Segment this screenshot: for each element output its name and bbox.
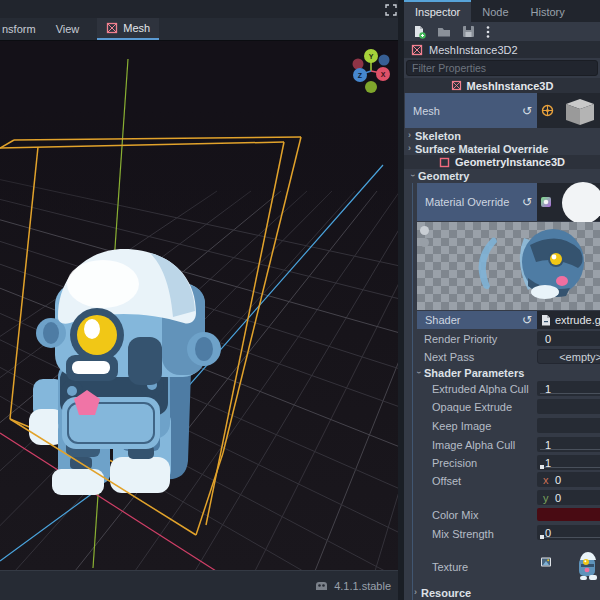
mesh-icon [106, 22, 118, 34]
opaque-extrude-field: ✓ On [537, 399, 600, 414]
indent-guide [412, 183, 413, 600]
material-override-value-cell[interactable] [537, 183, 600, 221]
render-priority-value: 0 [545, 333, 551, 345]
chevron-down-icon: › [408, 174, 417, 177]
gizmo-neg-z[interactable] [379, 55, 390, 66]
shader-revert-icon[interactable]: ↺ [522, 314, 532, 326]
editor-topbar [0, 0, 398, 18]
edited-object-name: MeshInstance3D2 [429, 44, 518, 56]
edited-object-row[interactable]: MeshInstance3D2 [404, 41, 600, 58]
group-shader-parameters-label: Shader Parameters [424, 367, 524, 379]
material-override-label: Material Override [425, 196, 509, 208]
offset-y-value: 0 [555, 492, 561, 504]
offset-x-value: 0 [555, 474, 561, 486]
new-resource-icon[interactable] [412, 25, 426, 39]
image-alpha-cull-label: Image Alpha Cull [432, 439, 515, 451]
offset-label: Offset [432, 475, 461, 487]
mix-strength-label: Mix Strength [432, 528, 494, 540]
slider-grabber[interactable] [540, 535, 544, 539]
group-skeleton-label: Skeleton [415, 130, 461, 142]
shader-property-row[interactable]: Shader ↺ [417, 311, 537, 329]
menu-view[interactable]: View [46, 18, 90, 40]
category-geometryinstance3d[interactable]: GeometryInstance3D [404, 155, 600, 169]
load-resource-icon[interactable] [437, 25, 451, 38]
render-priority-label: Render Priority [424, 333, 497, 345]
preview-box-button[interactable] [420, 238, 429, 247]
preview-sphere-button[interactable] [420, 226, 429, 235]
color-mix-swatch[interactable] [537, 508, 600, 521]
meshinstance3d-icon [451, 80, 462, 91]
dock-tabbar: Inspector Node History [404, 0, 600, 22]
precision-label: Precision [432, 457, 477, 469]
mesh-revert-icon[interactable]: ↺ [522, 105, 532, 117]
version-label: 4.1.1.stable [334, 580, 391, 592]
keep-image-label: Keep Image [432, 420, 491, 432]
menu-transform-label: nsform [2, 23, 36, 35]
texture-label: Texture [432, 561, 468, 573]
geometryinstance3d-icon [439, 157, 450, 168]
mesh-property-label: Mesh [413, 105, 440, 117]
category-meshinstance3d-label: MeshInstance3D [467, 80, 554, 92]
preview-render [417, 222, 600, 310]
filter-properties-input[interactable] [406, 60, 598, 76]
color-mix-label: Color Mix [432, 509, 478, 521]
texture-thumbnail[interactable] [576, 550, 600, 582]
material-override-row[interactable]: Material Override ↺ [417, 183, 537, 221]
group-resource[interactable]: › Resource [414, 586, 471, 599]
distraction-free-icon[interactable] [385, 4, 397, 16]
extruded-alpha-cull-slider[interactable]: 1 [537, 381, 600, 396]
shader-file-name: extrude.gds [555, 314, 600, 326]
shader-value-cell[interactable]: extrude.gds [537, 311, 600, 329]
slider-grabber[interactable] [540, 465, 544, 469]
chevron-right-icon: › [408, 131, 411, 140]
extruded-alpha-cull-label: Extruded Alpha Cull [432, 383, 529, 395]
gizmo-neg-y[interactable] [365, 81, 377, 93]
gizmo-neg-x[interactable] [353, 59, 364, 70]
texture-image-icon[interactable] [540, 556, 552, 568]
shader-material-icon [540, 196, 552, 208]
next-pass-label: Next Pass [424, 351, 474, 363]
tab-node[interactable]: Node [471, 0, 519, 22]
offset-x-input[interactable]: x 0 [537, 472, 600, 487]
offset-x-axis-label: x [543, 474, 549, 486]
menu-mesh-label: Mesh [123, 22, 150, 34]
extra-options-icon[interactable] [486, 25, 490, 39]
group-surface-material-override[interactable]: › Surface Material Override [408, 142, 548, 155]
shader-file-icon [540, 314, 551, 326]
opaque-extrude-label: Opaque Extrude [432, 401, 512, 413]
menu-transform[interactable]: nsform [0, 18, 46, 40]
mesh-value-cell[interactable] [537, 93, 600, 128]
group-geometry[interactable]: › Geometry [411, 169, 469, 182]
category-geometryinstance3d-label: GeometryInstance3D [455, 156, 565, 168]
slider-track [540, 467, 600, 468]
offset-y-axis-label: y [543, 492, 549, 504]
category-meshinstance3d[interactable]: MeshInstance3D [404, 78, 600, 93]
inspector-dock: Inspector Node History [404, 0, 600, 600]
material-override-revert-icon[interactable]: ↺ [522, 196, 532, 208]
status-bar: 4.1.1.stable [0, 570, 398, 600]
group-shader-parameters[interactable]: › Shader Parameters [417, 366, 524, 379]
material-preview-area [417, 222, 600, 310]
viewport-panel: nsform View Mesh [0, 0, 398, 600]
gizmo-y-label: Y [369, 53, 374, 60]
group-skeleton[interactable]: › Skeleton [408, 129, 461, 142]
tab-history[interactable]: History [520, 0, 576, 22]
mix-strength-slider[interactable]: 0 [537, 525, 600, 540]
filter-row [406, 60, 598, 76]
render-priority-input[interactable]: 0 [537, 331, 600, 346]
menu-mesh[interactable]: Mesh [97, 18, 159, 40]
mesh-property-row[interactable]: Mesh ↺ [405, 93, 537, 128]
gizmo-x-label: X [381, 71, 386, 78]
save-icon[interactable] [462, 25, 475, 38]
next-pass-value: <empty> [559, 351, 600, 363]
tab-inspector[interactable]: Inspector [404, 0, 471, 22]
viewport-3d[interactable]: Y X Z [0, 40, 398, 571]
offset-y-input[interactable]: y 0 [537, 490, 600, 505]
precision-slider[interactable]: 1 [537, 455, 600, 470]
viewport-canvas[interactable]: Y X Z [0, 41, 398, 571]
shader-property-label: Shader [425, 314, 460, 326]
image-alpha-cull-slider[interactable]: 1 [537, 437, 600, 452]
group-geometry-label: Geometry [418, 170, 469, 182]
chevron-right-icon: › [414, 588, 417, 597]
next-pass-button[interactable]: <empty> [537, 349, 600, 364]
